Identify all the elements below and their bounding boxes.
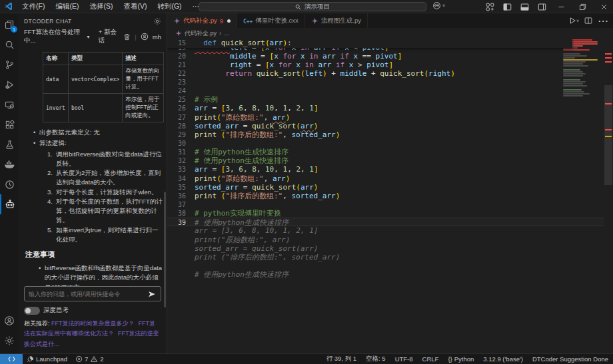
menu-item-2[interactable]: 选择(S) xyxy=(85,1,117,13)
sidebar-scrollbar[interactable] xyxy=(164,192,166,307)
tab-label: 代码补全.py xyxy=(183,17,217,25)
toggle-secondary-sidebar-icon[interactable] xyxy=(534,1,549,13)
tab-流程图生成.py[interactable]: 流程图生成.py xyxy=(305,13,368,28)
code-line-15[interactable]: 15 def quick_sort(arr): xyxy=(167,39,572,47)
code-line-24[interactable]: 24 xyxy=(167,87,613,95)
code-text: print ("排序后的数组:", sorted_arr) xyxy=(186,130,340,139)
ai-assistant-button[interactable]: ˅ xyxy=(432,1,445,10)
code-line-39[interactable]: 39# 使用python生成快速排序 xyxy=(167,218,613,226)
code-line-26[interactable]: 26arr = [3, 6, 8, 10, 1, 2, 1] xyxy=(167,104,613,112)
code-line-27[interactable]: 27print("原始数组:", arr) xyxy=(167,113,613,122)
run-debug-icon[interactable] xyxy=(0,75,19,94)
status-item-4[interactable]: {}Python xyxy=(443,355,478,363)
code-line-32[interactable]: 32# 使用python生成快速排序 xyxy=(167,156,613,165)
new-chat-button[interactable]: + 新会话 xyxy=(99,28,119,45)
status-item-5[interactable]: 3.12.9 ('base') xyxy=(478,355,528,363)
user-avatar-icon[interactable] xyxy=(141,33,149,41)
status-item-3[interactable]: CRLF xyxy=(418,355,444,363)
ghost-line[interactable]: # 使用python生成快速排序 xyxy=(167,270,613,279)
menu-item-3[interactable]: 查看(V) xyxy=(119,1,151,13)
code-line-22[interactable]: 22 return quick_sort(left) + middle + qu… xyxy=(167,69,613,78)
ghost-line[interactable]: print ("排序后的数组:", sorted_arr) xyxy=(167,253,613,262)
deep-think-toggle[interactable] xyxy=(24,307,40,315)
code-line-36[interactable]: 36print ("排序后的数组:", sorted_arr) xyxy=(167,192,613,200)
code-line-30[interactable]: 30 xyxy=(167,139,613,148)
code-line-31[interactable]: 31# 使用python生成快速排序 xyxy=(167,148,613,156)
extensions-icon[interactable] xyxy=(0,114,19,134)
scrollbar-thumb[interactable] xyxy=(604,85,612,185)
tab-bar: 代码补全.py9C++傅里叶变换.cxx流程图生成.py ˅ ⋯ xyxy=(167,13,613,28)
account-icon[interactable] xyxy=(0,311,19,331)
toggle-panel-icon[interactable] xyxy=(517,1,532,13)
table-cell: bool xyxy=(68,94,122,122)
explorer-icon[interactable]: 1 xyxy=(0,15,19,35)
send-icon[interactable] xyxy=(147,290,157,298)
delete-chat-icon[interactable] xyxy=(123,33,131,41)
status-item-6[interactable]: DTCoder Suggestion Done xyxy=(528,355,613,363)
ghost-line[interactable]: arr = [3, 6, 8, 10, 1, 2, 1] xyxy=(167,226,613,235)
code-line-34[interactable]: 34print("原始数组:", arr) xyxy=(167,174,613,183)
ghost-line[interactable]: sorted_arr = quick_sort(arr) xyxy=(167,244,613,253)
related-link-0[interactable]: FFT算法的时间复杂度是多少？ xyxy=(51,320,135,327)
code-line-25[interactable]: 25# 示例 xyxy=(167,95,613,104)
code-line-28[interactable]: 28sorted_arr = quick_sort(arr) xyxy=(167,122,613,130)
editor-group: 代码补全.py9C++傅里叶变换.cxx流程图生成.py ˅ ⋯ 代码补全.py… xyxy=(167,13,613,353)
code-line-20[interactable]: 20 middle = [x for x in arr if x == pivo… xyxy=(167,52,613,61)
menu-item-0[interactable]: 文件(F) xyxy=(17,1,49,13)
code-line-33[interactable]: 33arr = [3, 6, 8, 10, 1, 2, 1] xyxy=(167,165,613,174)
menu-item-1[interactable]: 编辑(E) xyxy=(51,1,83,13)
status-item-1[interactable]: 空格: 5 xyxy=(361,355,390,363)
run-dropdown-icon[interactable]: ˅ xyxy=(576,19,579,23)
remote-explorer-icon[interactable] xyxy=(0,94,19,114)
status-item-2[interactable]: UTF-8 xyxy=(390,355,418,363)
modified-dot-icon[interactable] xyxy=(227,19,231,23)
run-button[interactable]: ˅ xyxy=(568,17,579,25)
breadcrumb[interactable]: 代码补全.py › ... xyxy=(167,28,613,39)
chat-message-body[interactable]: 名称类型描述 datavector<Complex>存储复数的向量，用于FFT计… xyxy=(19,47,167,287)
more-actions-icon[interactable]: ⋯ xyxy=(598,15,609,27)
minimap[interactable] xyxy=(563,39,600,119)
status-bar: Launchpad 7 2 行 39, 列 1空格: 5UTF-8CRLF{}P… xyxy=(0,353,613,364)
search-view-icon[interactable] xyxy=(0,35,19,55)
restore-button[interactable] xyxy=(573,0,592,13)
line-number xyxy=(167,270,186,279)
tab-代码补全.py[interactable]: 代码补全.py9 xyxy=(167,13,237,28)
code-line-21[interactable]: 21 right = [x for x in arr if x > pivot] xyxy=(167,61,613,69)
command-center-search[interactable]: 演示项目 xyxy=(199,2,426,11)
sticky-scroll-line[interactable]: 15 def quick_sort(arr): xyxy=(167,39,572,48)
toggle-primary-sidebar-icon[interactable] xyxy=(500,1,514,13)
remote-indicator[interactable] xyxy=(0,354,23,364)
history-icon[interactable] xyxy=(0,174,19,194)
code-line-29[interactable]: 29print ("排序后的数组:", sorted_arr) xyxy=(167,130,613,139)
source-control-icon[interactable] xyxy=(0,55,19,75)
ai-chat-icon[interactable] xyxy=(0,194,19,214)
test-beaker-icon[interactable] xyxy=(0,134,19,154)
code-text xyxy=(186,78,195,87)
docker-icon[interactable] xyxy=(0,154,19,174)
problems-button[interactable]: 7 2 xyxy=(71,355,108,363)
split-editor-icon[interactable] xyxy=(584,17,592,25)
menu-item-4[interactable]: 转到(G) xyxy=(153,1,186,13)
customize-layout-icon[interactable] xyxy=(482,1,497,13)
code-line-35[interactable]: 35sorted_arr = quick_sort(arr) xyxy=(167,183,613,192)
cpp-file-icon: C++ xyxy=(243,19,253,25)
conversation-selector[interactable]: FFT算法在信号处理中... xyxy=(24,28,82,45)
tab-傅里叶变换.cxx[interactable]: C++傅里叶变换.cxx xyxy=(237,13,305,28)
chat-settings-gear-icon[interactable] xyxy=(153,17,161,25)
code-text: print ("排序后的数组:", sorted_arr) xyxy=(186,192,340,200)
settings-gear-icon[interactable] xyxy=(0,331,19,351)
code-line-38[interactable]: 38# python实现傅里叶变换 xyxy=(167,209,613,218)
status-item-0[interactable]: 行 39, 列 1 xyxy=(322,355,361,363)
code-line-37[interactable]: 37 xyxy=(167,200,613,209)
overview-ruler[interactable] xyxy=(604,39,613,353)
launchpad-button[interactable]: Launchpad xyxy=(23,355,71,363)
ghost-line[interactable]: print("原始数组:", arr) xyxy=(167,236,613,244)
minimize-button[interactable] xyxy=(552,0,570,13)
code-editor[interactable]: 19 left = [x for x in arr if x < pivot]2… xyxy=(167,39,613,353)
code-line-23[interactable]: 23 xyxy=(167,78,613,87)
code-text xyxy=(186,139,195,148)
close-button[interactable] xyxy=(594,0,613,13)
line-number: 23 xyxy=(167,78,186,87)
ghost-line[interactable] xyxy=(167,262,613,270)
chat-input[interactable] xyxy=(29,291,145,297)
